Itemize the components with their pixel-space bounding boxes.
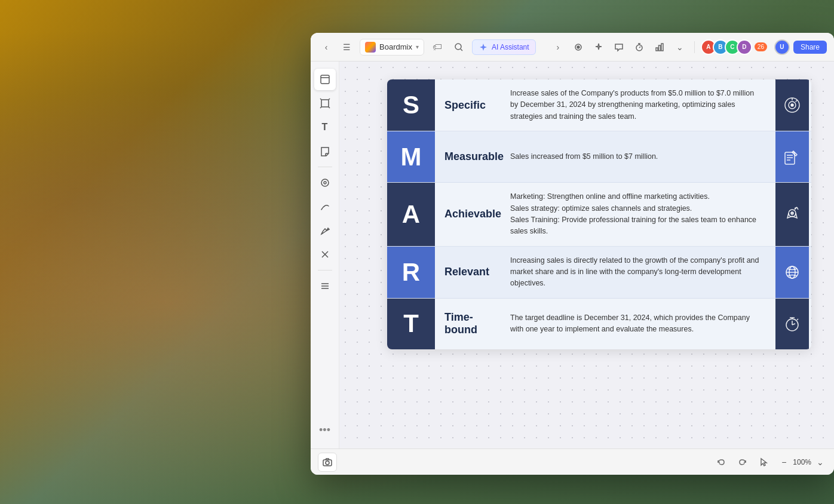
- smart-row-s: S Specific Increase sales of the Company…: [387, 79, 811, 131]
- boardmix-icon: [365, 42, 376, 53]
- sidebar-item-template[interactable]: [314, 69, 336, 90]
- chart-button[interactable]: [651, 39, 668, 56]
- svg-line-5: [639, 47, 640, 48]
- bottom-right: − 100% ⌄: [713, 454, 827, 471]
- timer-button[interactable]: [631, 39, 648, 56]
- bottom-left: [318, 453, 337, 472]
- desc-measurable: Sales increased from $5 million to $7 mi…: [501, 131, 773, 182]
- toolbar-right: › ⌄ A: [550, 39, 827, 56]
- sidebar-divider-1: [318, 167, 332, 167]
- undo-button[interactable]: [713, 454, 729, 471]
- svg-rect-7: [658, 45, 660, 51]
- zoom-control: − 100% ⌄: [777, 456, 827, 469]
- svg-point-44: [326, 461, 329, 465]
- sidebar: T •••: [311, 62, 339, 448]
- svg-rect-6: [656, 48, 658, 51]
- zoom-value: 100%: [793, 458, 811, 466]
- camera-button[interactable]: [318, 453, 337, 472]
- app-window: ‹ ☰ Boardmix ▾ 🏷 AI Assistant ›: [311, 33, 834, 475]
- svg-point-34: [791, 212, 793, 214]
- achievable-icon-badge: [775, 183, 809, 246]
- svg-line-12: [320, 99, 321, 100]
- sidebar-item-frame[interactable]: [314, 93, 336, 114]
- svg-line-15: [329, 107, 330, 108]
- back-button[interactable]: ‹: [318, 39, 335, 56]
- svg-rect-11: [321, 100, 329, 107]
- current-user-avatar[interactable]: U: [774, 39, 790, 55]
- letter-s: S: [387, 79, 435, 131]
- letter-a: A: [387, 183, 435, 246]
- sparkle-button[interactable]: [590, 39, 607, 56]
- toolbar-nav: ‹ ☰: [318, 39, 355, 56]
- desc-timebound: The target deadline is December 31, 2024…: [501, 299, 773, 349]
- smart-row-a: A Achievable Marketing: Strengthen onlin…: [387, 183, 811, 247]
- svg-point-27: [791, 104, 793, 106]
- main-content: T •••: [311, 62, 834, 448]
- smart-table: S Specific Increase sales of the Company…: [387, 79, 811, 349]
- toolbar: ‹ ☰ Boardmix ▾ 🏷 AI Assistant ›: [311, 33, 834, 62]
- avatar-4: D: [737, 39, 752, 55]
- icon-specific: [773, 79, 811, 131]
- desc-achievable: Marketing: Strengthen online and offline…: [501, 183, 773, 246]
- letter-r: R: [387, 247, 435, 298]
- more-tools-button[interactable]: ⌄: [672, 39, 688, 56]
- sidebar-item-pen[interactable]: [314, 220, 336, 241]
- letter-t: T: [387, 299, 435, 349]
- bottom-toolbar: − 100% ⌄: [311, 448, 834, 475]
- icon-achievable: [773, 183, 811, 246]
- boardmix-label: Boardmix: [379, 42, 412, 51]
- desc-specific: Increase sales of the Company's products…: [501, 79, 773, 131]
- boardmix-logo[interactable]: Boardmix ▾: [360, 39, 424, 56]
- redo-button[interactable]: [734, 454, 751, 471]
- svg-line-13: [329, 99, 330, 100]
- search-button[interactable]: [450, 39, 467, 56]
- sidebar-divider-2: [318, 270, 332, 271]
- icon-relevant: [773, 247, 811, 298]
- svg-rect-8: [661, 44, 663, 51]
- sidebar-item-component[interactable]: [314, 172, 336, 193]
- label-achievable: Achievable: [435, 183, 501, 246]
- menu-button[interactable]: ☰: [338, 39, 355, 56]
- smart-row-r: R Relevant Increasing sales is directly …: [387, 247, 811, 299]
- zoom-expand-button[interactable]: ⌄: [814, 456, 827, 469]
- label-specific: Specific: [435, 79, 501, 131]
- label-timebound: Time-bound: [435, 299, 501, 349]
- avatar-count: 26: [755, 42, 767, 51]
- cursor-button[interactable]: [756, 454, 772, 471]
- sidebar-item-plugin[interactable]: [314, 244, 336, 265]
- dropdown-icon: ▾: [416, 44, 419, 50]
- svg-line-14: [320, 107, 321, 108]
- specific-icon-badge: [775, 79, 809, 131]
- share-button[interactable]: Share: [793, 41, 827, 54]
- svg-point-0: [455, 44, 461, 50]
- label-relevant: Relevant: [435, 247, 501, 298]
- timebound-icon-badge: [775, 299, 809, 349]
- avatar-group: A B C D 26: [701, 39, 767, 55]
- letter-m: M: [387, 131, 435, 182]
- svg-line-1: [461, 49, 462, 51]
- sidebar-item-text[interactable]: T: [314, 116, 336, 138]
- record-button[interactable]: [570, 39, 587, 56]
- sidebar-more-button[interactable]: •••: [319, 419, 330, 441]
- canvas[interactable]: S Specific Increase sales of the Company…: [339, 62, 834, 448]
- smart-row-m: M Measurable Sales increased from $5 mil…: [387, 131, 811, 183]
- svg-rect-9: [321, 75, 329, 84]
- sidebar-item-line[interactable]: [314, 196, 336, 217]
- ai-label: AI Assistant: [492, 43, 529, 51]
- tag-button[interactable]: 🏷: [429, 39, 446, 56]
- icon-timebound: [773, 299, 811, 349]
- svg-point-3: [577, 46, 579, 48]
- svg-rect-29: [785, 152, 795, 164]
- sidebar-item-sticky[interactable]: [314, 140, 336, 162]
- svg-point-18: [321, 179, 329, 186]
- label-measurable: Measurable: [435, 131, 501, 182]
- zoom-out-button[interactable]: −: [777, 456, 790, 469]
- icon-measurable: [773, 131, 811, 182]
- ai-assistant-button[interactable]: AI Assistant: [472, 39, 536, 55]
- svg-point-19: [324, 182, 326, 184]
- desc-relevant: Increasing sales is directly related to …: [501, 247, 773, 298]
- divider: [694, 41, 695, 53]
- sidebar-item-list[interactable]: [314, 275, 336, 297]
- chat-button[interactable]: [611, 39, 627, 56]
- expand-right-button[interactable]: ›: [550, 39, 566, 56]
